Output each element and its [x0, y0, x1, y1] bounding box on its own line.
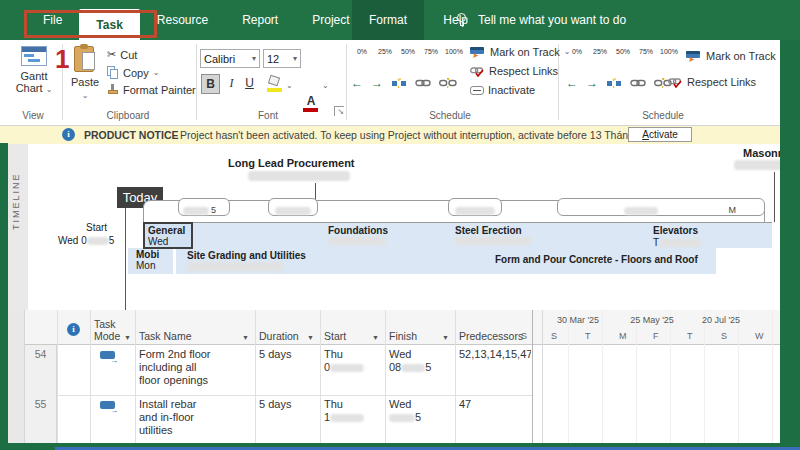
highlight-color-dropdown[interactable]: ⌄ [286, 82, 293, 90]
underline-button[interactable]: U [240, 74, 259, 94]
filter-caret-icon[interactable]: ▼ [442, 334, 449, 341]
col-header-predecessors[interactable]: Predecessors [459, 330, 523, 342]
respect-links-button[interactable]: Respect Links [470, 65, 558, 77]
paste-icon [74, 46, 94, 72]
col-header-task-mode[interactable]: TaskMode [94, 318, 120, 342]
row-number[interactable]: 55 [25, 395, 57, 443]
col-header-duration[interactable]: Duration [259, 330, 299, 342]
frame-right [780, 40, 800, 450]
highlight-color-button[interactable] [267, 74, 283, 94]
paste-label: Paste [71, 76, 99, 88]
percent-50-button[interactable]: 50% [397, 48, 419, 55]
format-painter-button[interactable]: Format Painter [107, 84, 196, 96]
split-task-icon[interactable] [606, 77, 622, 89]
predecessors-cell[interactable]: 47 [459, 398, 471, 411]
link-tasks-icon[interactable] [415, 78, 431, 88]
tab-report[interactable]: Report [225, 0, 295, 40]
finish-cell[interactable]: Wed085 [389, 348, 431, 374]
start-cell[interactable]: Thu1 [324, 398, 364, 424]
cut-button[interactable]: ✂ Cut [107, 48, 137, 61]
bold-button[interactable]: B [201, 74, 220, 94]
timeline-task-steel-erection[interactable]: Steel Erection [455, 225, 522, 236]
start-cell[interactable]: Thu0 [324, 348, 364, 374]
timescale-day: S [721, 331, 727, 341]
timescale-day: T [687, 331, 693, 341]
timeline-task-elevators[interactable]: Elevators [653, 225, 698, 236]
percent-0-button-2[interactable]: 0% [566, 48, 588, 55]
font-color-dropdown[interactable]: ⌄ [322, 82, 329, 90]
info-column-icon[interactable]: i [67, 323, 80, 336]
redacted-date [328, 237, 386, 245]
redacted-date [187, 262, 283, 271]
percent-0-label-2: 0% [572, 48, 582, 55]
paste-button[interactable]: Paste⌄ [68, 44, 102, 108]
chevron-down-icon: ▾ [252, 55, 256, 63]
mobi-label: Mobi [136, 249, 173, 260]
mark-on-track-button-2[interactable]: ➤ Mark on Track ⌄ [686, 50, 786, 62]
redacted-date [248, 171, 350, 181]
mark-on-track-label: Mark on Track [490, 46, 560, 58]
duration-cell[interactable]: 5 days [259, 348, 291, 361]
percent-50-button-2[interactable]: 50% [612, 48, 634, 55]
italic-button[interactable]: I [222, 74, 241, 94]
font-dialog-launcher-icon[interactable]: ↘ [334, 106, 344, 116]
timeline-task-form-pour[interactable]: Form and Pour Concrete - Floors and Roof [495, 254, 698, 265]
link-tasks-icon[interactable] [630, 78, 646, 88]
tell-me-box[interactable]: Tell me what you want to do [455, 0, 626, 40]
inactivate-button[interactable]: Inactivate [470, 84, 535, 96]
task-mode-auto-icon [100, 351, 115, 359]
filter-caret-icon[interactable]: ▼ [372, 334, 379, 341]
percent-100-button[interactable]: 100% [443, 48, 465, 55]
copy-button[interactable]: Copy ⌄ [107, 66, 159, 79]
timeline-task-site-grading[interactable]: Site Grading and Utilities [187, 250, 306, 261]
timeline-task-general[interactable]: General Wed [143, 222, 193, 249]
ribbon: Gantt Chart ⌄ View Paste⌄ ✂ Cut Copy ⌄ F… [0, 40, 780, 126]
row-number[interactable]: 54 [25, 345, 57, 395]
task-name-cell[interactable]: Form 2nd floor including all floor openi… [139, 348, 251, 387]
percent-25-button[interactable]: 25% [374, 48, 396, 55]
split-task-icon[interactable] [391, 77, 407, 89]
gantt-chart-button[interactable]: Gantt Chart ⌄ [8, 44, 60, 108]
indent-task-icon[interactable]: → [371, 76, 383, 90]
font-size-combo[interactable]: 12▾ [263, 49, 301, 68]
copy-label: Copy [123, 67, 149, 79]
timeline-pane[interactable]: TIMELINE Long Lead Procurement Masonry T… [8, 144, 780, 310]
filter-caret-icon[interactable]: ▼ [242, 334, 249, 341]
format-painter-icon [107, 84, 119, 96]
predecessors-cell[interactable]: 52,13,14,15,47 [459, 348, 531, 361]
timeline-date-tab: M [557, 198, 765, 216]
filter-caret-icon[interactable]: ▼ [124, 334, 131, 341]
task-name-cell[interactable]: Install rebar and in-floor utilities [139, 398, 251, 437]
col-header-finish[interactable]: Finish [389, 330, 417, 342]
inactivate-label: Inactivate [488, 84, 535, 96]
unlink-tasks-icon[interactable] [439, 77, 457, 89]
finish-cell[interactable]: Wed5 [389, 398, 421, 424]
redacted-date [389, 414, 415, 422]
percent-0-button[interactable]: 0% [351, 48, 373, 55]
col-header-task-name[interactable]: Task Name [139, 330, 192, 342]
mark-on-track-button[interactable]: ➤ Mark on Track ⌄ [470, 46, 570, 58]
timeline-task-mobi[interactable]: Mobi Mon [128, 248, 176, 274]
col-header-start[interactable]: Start [324, 330, 346, 342]
indent-task-icon[interactable]: → [586, 76, 598, 90]
percent-25-label-2: 25% [593, 48, 607, 55]
activate-button[interactable]: Activate [628, 127, 692, 142]
font-name-combo[interactable]: Calibri▾ [200, 49, 260, 68]
outdent-task-icon[interactable]: ← [566, 76, 578, 90]
info-icon: i [62, 128, 75, 141]
percent-75-button-2[interactable]: 75% [635, 48, 657, 55]
percent-100-button-2[interactable]: 100% [658, 48, 680, 55]
respect-links-button-2[interactable]: Respect Links [668, 76, 756, 88]
timeline-pane-label: TIMELINE [11, 172, 21, 230]
filter-caret-icon[interactable]: ▼ [307, 334, 314, 341]
percent-75-button[interactable]: 75% [420, 48, 442, 55]
duration-cell[interactable]: 5 days [259, 398, 291, 411]
timescale-day: W [755, 331, 764, 341]
copy-icon [107, 66, 119, 79]
percent-25-button-2[interactable]: 25% [589, 48, 611, 55]
timeline-task-foundations[interactable]: Foundations [328, 225, 388, 236]
outdent-task-icon[interactable]: ← [351, 76, 363, 90]
app-window: File Task Resource Report Project View H… [0, 0, 800, 450]
schedule-group2-label: Schedule [608, 110, 718, 121]
tab-format[interactable]: Format [352, 0, 424, 40]
